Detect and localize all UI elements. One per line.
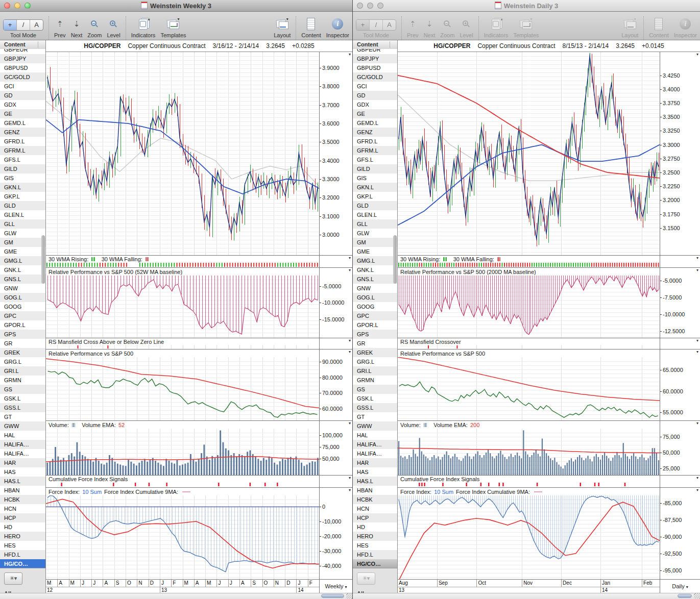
sidebar-item-hcbk[interactable]: HCBK xyxy=(0,495,45,504)
crosshair-tool-icon[interactable]: + xyxy=(4,20,16,30)
gear-menu-button[interactable]: ✳▾ xyxy=(4,572,22,585)
chart-canvas-volume[interactable] xyxy=(398,429,660,475)
panel-plot-lines[interactable]: Relative Performance vs S&P 500 xyxy=(46,350,319,420)
panel-menu-icon[interactable]: ▾ xyxy=(349,476,351,481)
panel-plot-signals[interactable]: Cumulative Force Index Signals xyxy=(398,476,660,487)
panel-plot-label[interactable]: RS Mansfield Crossover xyxy=(398,338,660,349)
sidebar-item-har[interactable]: HAR xyxy=(353,458,397,467)
tool-mode-segments[interactable]: + / A xyxy=(356,19,396,31)
sidebar-item-goog[interactable]: GOOG xyxy=(0,302,45,311)
sidebar-item-gnk-l[interactable]: GNK.L xyxy=(353,265,397,274)
sidebar-item-gsk-l[interactable]: GSK.L xyxy=(0,394,45,403)
prev-button[interactable]: ⇡Prev xyxy=(407,17,419,40)
chart-canvas-signals[interactable] xyxy=(398,482,660,487)
sidebar-item-grmn[interactable]: GRMN xyxy=(353,376,397,385)
sidebar-item-gr[interactable]: GR xyxy=(0,339,45,348)
sidebar-item-gdx[interactable]: GDX xyxy=(353,100,397,109)
panel-menu-icon[interactable]: ▾ xyxy=(696,476,698,481)
chart-canvas-price[interactable] xyxy=(46,52,319,255)
sidebar-item-has-l[interactable]: HAS.L xyxy=(353,477,397,486)
tool-mode-segments[interactable]: + / A xyxy=(3,19,43,31)
chart-canvas-hist[interactable] xyxy=(46,276,319,338)
sidebar-item-gps[interactable]: GPS xyxy=(0,330,45,339)
zoom-in-button[interactable]: +Level xyxy=(460,17,473,40)
panel-menu-icon[interactable]: ▾ xyxy=(696,268,698,273)
sidebar-item-hban[interactable]: HBAN xyxy=(0,486,45,495)
sidebar-item-gkp-l[interactable]: GKP.L xyxy=(353,192,397,201)
sidebar-item-gr[interactable]: GR xyxy=(353,339,397,348)
prev-button[interactable]: ⇡Prev xyxy=(54,17,66,40)
resize-grip[interactable] xyxy=(694,593,700,598)
zoom-out-button[interactable]: −Zoom xyxy=(440,17,454,40)
chart-canvas-hist[interactable] xyxy=(398,276,660,338)
indicators-button[interactable]: ▾Indicators xyxy=(484,17,509,40)
sidebar-item-gnw[interactable]: GNW xyxy=(353,284,397,293)
panel-plot-force[interactable]: Force Index:10 SumForce Index Cumulative… xyxy=(398,488,660,579)
panel-menu-icon[interactable]: ▾ xyxy=(696,52,698,57)
horizontal-scrollbar[interactable] xyxy=(353,593,700,599)
zoom-out-button[interactable]: −Zoom xyxy=(87,17,102,40)
panel-menu-icon[interactable]: ▾ xyxy=(349,52,351,57)
sidebar-item-gbpeur[interactable]: GBPEUR xyxy=(353,49,397,54)
panel-plot-signals[interactable]: Cumulative Force Index Signals xyxy=(46,476,319,487)
sidebar-item-gbpusd[interactable]: GBPUSD xyxy=(353,63,397,72)
sidebar-item-grg-l[interactable]: GRG.L xyxy=(353,357,397,366)
sidebar-item-gmg-l[interactable]: GMG.L xyxy=(353,256,397,265)
sidebar-item-hes[interactable]: HES xyxy=(0,541,45,550)
line-tool-icon[interactable]: / xyxy=(369,20,382,30)
indicators-button[interactable]: ▾Indicators xyxy=(131,17,156,40)
sidebar-item-has[interactable]: HAS xyxy=(0,467,45,477)
panel-menu-icon[interactable]: ▾ xyxy=(696,350,698,355)
sidebar-item-halifa-[interactable]: HALIFA… xyxy=(353,449,397,458)
sidebar-item-gfs-l[interactable]: GFS.L xyxy=(0,155,45,164)
layout-button[interactable]: ▾Layout xyxy=(274,17,291,40)
sidebar-item-gt[interactable]: GT xyxy=(0,412,45,421)
sidebar-item-gm[interactable]: GM xyxy=(353,238,397,247)
sidebar-item-gc-gold[interactable]: GC/GOLD xyxy=(0,72,45,82)
sidebar-item-gns-l[interactable]: GNS.L xyxy=(0,274,45,284)
sidebar-item-gfrd-l[interactable]: GFRD.L xyxy=(353,137,397,146)
sidebar-item-has[interactable]: HAS xyxy=(353,467,397,477)
sidebar-item-hd[interactable]: HD xyxy=(0,522,45,532)
panel-menu-icon[interactable]: ▾ xyxy=(349,488,351,493)
sidebar-scrollbar[interactable] xyxy=(41,235,45,284)
sidebar-item-halifa-[interactable]: HALIFA… xyxy=(0,449,45,458)
sidebar-item-hfd-l[interactable]: HFD.L xyxy=(353,550,397,559)
sidebar-item-gog-l[interactable]: GOG.L xyxy=(0,293,45,302)
sidebar-item-hcp[interactable]: HCP xyxy=(0,513,45,522)
sidebar-item-gpc[interactable]: GPC xyxy=(353,311,397,320)
sidebar-item-gkn-l[interactable]: GKN.L xyxy=(0,183,45,192)
sidebar-item-gll[interactable]: GLL xyxy=(0,219,45,229)
panel-plot-price[interactable] xyxy=(398,52,660,255)
chart-canvas-price[interactable] xyxy=(398,52,660,255)
gear-menu-button[interactable]: ✳▾ xyxy=(357,572,375,585)
sidebar-item-hcbk[interactable]: HCBK xyxy=(353,495,397,504)
sidebar-item-gemd-l[interactable]: GEMD.L xyxy=(0,118,45,128)
panel-plot-volume[interactable]: Volume:Volume EMA:200 xyxy=(398,421,660,475)
sidebar-item-gs[interactable]: GS xyxy=(353,385,397,394)
period-selector[interactable]: Daily▾ xyxy=(660,580,700,593)
panel-plot-strip[interactable]: 30 WMA Rising:30 WMA Falling: xyxy=(398,256,660,267)
sidebar-item-grek[interactable]: GREK xyxy=(353,348,397,357)
sidebar-item-gns-l[interactable]: GNS.L xyxy=(353,274,397,284)
sidebar-item-gfrd-l[interactable]: GFRD.L xyxy=(0,137,45,146)
resize-grip[interactable] xyxy=(346,593,352,598)
sidebar-item-gbpeur[interactable]: GBPEUR xyxy=(0,49,45,54)
sidebar-item-gkn-l[interactable]: GKN.L xyxy=(353,183,397,192)
panel-plot-strip[interactable]: 30 WMA Rising:30 WMA Falling: xyxy=(46,256,319,267)
sidebar-item-gnk-l[interactable]: GNK.L xyxy=(0,265,45,274)
sidebar-item-ge[interactable]: GE xyxy=(0,109,45,118)
chart-canvas-lines[interactable] xyxy=(46,357,319,420)
sidebar-item-hcn[interactable]: HCN xyxy=(0,504,45,513)
sidebar-item-gfrm-l[interactable]: GFRM.L xyxy=(0,146,45,155)
sidebar-item-gc-gold[interactable]: GC/GOLD xyxy=(353,72,397,82)
sidebar-item-glw[interactable]: GLW xyxy=(353,229,397,238)
sidebar-item-gci[interactable]: GCI xyxy=(0,82,45,91)
panel-menu-icon[interactable]: ▾ xyxy=(349,256,351,261)
sidebar-item-genz[interactable]: GENZ xyxy=(0,128,45,137)
panel-plot-hist[interactable]: Relative Performance vs S&P 500 (52W MA … xyxy=(46,268,319,338)
sidebar-item-glw[interactable]: GLW xyxy=(0,229,45,238)
sidebar-item-ge[interactable]: GE xyxy=(353,109,397,118)
sidebar-item-gild[interactable]: GILD xyxy=(0,164,45,173)
sidebar-item-gss-l[interactable]: GSS.L xyxy=(0,403,45,412)
